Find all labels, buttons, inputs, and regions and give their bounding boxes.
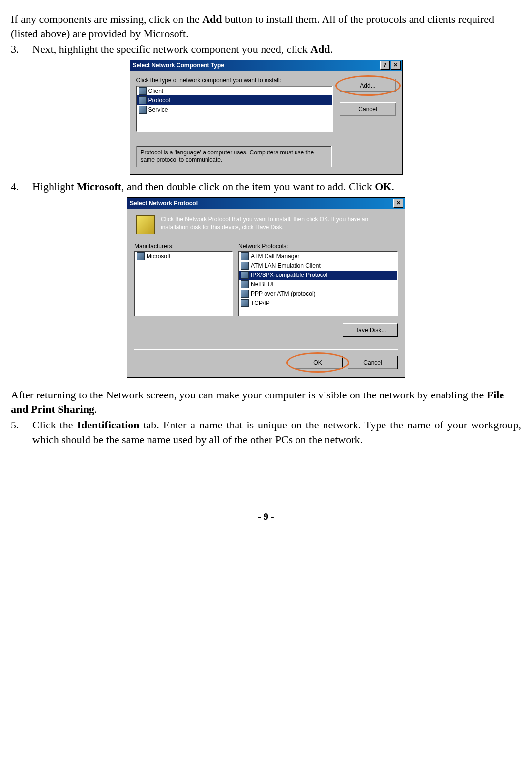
page-number: - 9 - bbox=[11, 511, 521, 522]
list-item-service[interactable]: Service bbox=[137, 105, 332, 114]
list-item-netbeui[interactable]: NetBEUI bbox=[239, 280, 397, 289]
ok-button-label: OK bbox=[313, 359, 322, 366]
cancel-button-label: Cancel bbox=[363, 359, 382, 366]
dialog1-prompt: Click the type of network component you … bbox=[136, 77, 333, 84]
after-text-a: After returning to the Network screen, y… bbox=[11, 389, 487, 401]
add-button[interactable]: Add... bbox=[340, 79, 396, 92]
manufacturers-rest: anufacturers: bbox=[139, 243, 174, 250]
protocol-item-icon bbox=[241, 280, 249, 288]
network-protocols-listbox[interactable]: ATM Call Manager ATM LAN Emulation Clien… bbox=[238, 251, 398, 316]
step-3-text-a: Next, highlight the specific network com… bbox=[32, 43, 310, 55]
proto-label-3: NetBEUI bbox=[251, 281, 274, 288]
protocol-item-icon bbox=[241, 262, 249, 270]
manufacturers-mnemonic: M bbox=[134, 243, 139, 250]
step-4-text-a: Highlight bbox=[32, 181, 77, 193]
list-item-tcpip[interactable]: TCP/IP bbox=[239, 299, 397, 308]
step-4-text: Highlight Microsoft, and then double cli… bbox=[32, 180, 521, 194]
dialog1-title-bar: Select Network Component Type ? ✕ bbox=[130, 60, 402, 71]
have-disk-button[interactable]: Have Disk... bbox=[343, 323, 398, 337]
after-text-c: . bbox=[94, 403, 97, 415]
step-4-microsoft-bold: Microsoft bbox=[77, 181, 121, 193]
list-item-ppp-atm[interactable]: PPP over ATM (protocol) bbox=[239, 289, 397, 299]
cancel-button[interactable]: Cancel bbox=[340, 102, 396, 116]
protocol-icon bbox=[139, 96, 147, 104]
figure-select-network-protocol: Select Network Protocol ✕ Click the Netw… bbox=[11, 197, 521, 378]
list-item-atm-lan-emulation[interactable]: ATM LAN Emulation Client bbox=[239, 261, 397, 271]
list-item-protocol-label: Protocol bbox=[148, 97, 170, 104]
dialog2-title: Select Network Protocol bbox=[130, 200, 392, 207]
service-icon bbox=[139, 106, 147, 114]
protocol-item-icon bbox=[241, 299, 249, 307]
manufacturer-icon bbox=[137, 252, 145, 260]
proto-label-0: ATM Call Manager bbox=[251, 253, 299, 260]
manufacturers-label: Manufacturers: bbox=[134, 243, 233, 250]
step-3-text-c: . bbox=[330, 43, 333, 55]
step-3-text: Next, highlight the specific network com… bbox=[32, 42, 521, 57]
dialog2-message: Click the Network Protocol that you want… bbox=[161, 215, 398, 234]
proto-label-1: ATM LAN Emulation Client bbox=[251, 262, 321, 269]
proto-label-4: PPP over ATM (protocol) bbox=[251, 290, 316, 297]
after-paragraph: After returning to the Network screen, y… bbox=[11, 388, 521, 417]
step-3-add-bold: Add bbox=[310, 43, 330, 55]
dialog1-title: Select Network Component Type bbox=[133, 62, 379, 69]
step-3: 3. Next, highlight the specific network … bbox=[11, 42, 521, 57]
step-4: 4. Highlight Microsoft, and then double … bbox=[11, 180, 521, 194]
intro-add-bold: Add bbox=[202, 13, 222, 25]
protocol-item-icon bbox=[241, 271, 249, 279]
intro-text-1: If any components are missing, click on … bbox=[11, 13, 202, 25]
proto-label-5: TCP/IP bbox=[251, 300, 270, 306]
dialog2-title-bar: Select Network Protocol ✕ bbox=[127, 198, 405, 209]
list-item-client[interactable]: Client bbox=[137, 86, 332, 95]
protocol-item-icon bbox=[241, 290, 249, 298]
proto-label-2: IPX/SPX-compatible Protocol bbox=[251, 272, 327, 278]
protocol-big-icon bbox=[136, 215, 155, 234]
add-button-label: Add... bbox=[360, 82, 375, 89]
step-4-text-c: , and then double click on the item you … bbox=[121, 181, 375, 193]
intro-paragraph: If any components are missing, click on … bbox=[11, 12, 521, 41]
help-button[interactable]: ? bbox=[380, 61, 390, 70]
ok-button[interactable]: OK bbox=[293, 356, 343, 369]
list-item-service-label: Service bbox=[148, 106, 168, 113]
step-3-number: 3. bbox=[11, 42, 32, 57]
protocol-item-icon bbox=[241, 252, 249, 260]
close-button[interactable]: ✕ bbox=[391, 61, 401, 70]
dialog-select-network-protocol: Select Network Protocol ✕ Click the Netw… bbox=[127, 197, 405, 378]
cancel-button[interactable]: Cancel bbox=[348, 356, 398, 369]
have-disk-label: Have Disk... bbox=[355, 327, 386, 334]
step-4-number: 4. bbox=[11, 180, 32, 194]
list-item-atm-call-manager[interactable]: ATM Call Manager bbox=[239, 252, 397, 261]
list-item-client-label: Client bbox=[148, 88, 164, 94]
list-item-microsoft[interactable]: Microsoft bbox=[135, 252, 232, 261]
network-protocols-label: Network Protocols: bbox=[238, 243, 398, 250]
component-description: Protocol is a 'language' a computer uses… bbox=[136, 146, 332, 167]
step-4-ok-bold: OK bbox=[375, 181, 391, 193]
component-type-listbox[interactable]: Client Protocol Service bbox=[136, 86, 333, 132]
step-5-text: Click the Identification tab. Enter a na… bbox=[32, 418, 521, 447]
close-button[interactable]: ✕ bbox=[393, 199, 403, 208]
step-4-text-e: . bbox=[391, 181, 394, 193]
separator bbox=[134, 349, 398, 350]
step-5: 5. Click the Identification tab. Enter a… bbox=[11, 418, 521, 447]
list-item-microsoft-label: Microsoft bbox=[147, 253, 171, 260]
figure-select-component-type: Select Network Component Type ? ✕ Click … bbox=[11, 60, 521, 175]
manufacturers-listbox[interactable]: Microsoft bbox=[134, 251, 233, 316]
list-item-protocol[interactable]: Protocol bbox=[137, 95, 332, 105]
step-5-text-a: Click the bbox=[32, 419, 77, 431]
cancel-button-label: Cancel bbox=[358, 106, 377, 113]
list-item-ipx-spx[interactable]: IPX/SPX-compatible Protocol bbox=[239, 271, 397, 280]
identification-bold: Identification bbox=[77, 419, 139, 431]
step-5-number: 5. bbox=[11, 418, 32, 447]
have-disk-rest: ave Disk... bbox=[358, 327, 386, 334]
dialog-select-network-component-type: Select Network Component Type ? ✕ Click … bbox=[130, 60, 403, 175]
client-icon bbox=[139, 87, 147, 95]
